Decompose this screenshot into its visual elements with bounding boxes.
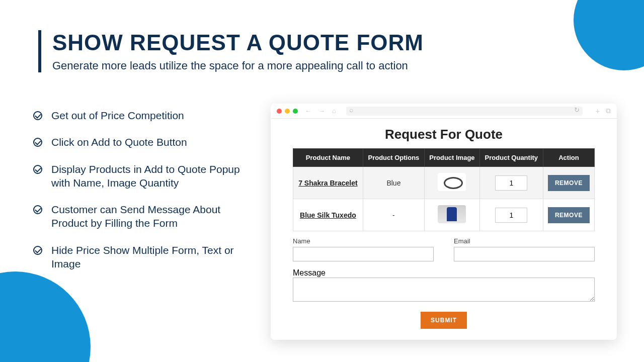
copy-icon[interactable]: ⧉ [606,107,611,115]
email-input[interactable] [454,247,595,261]
list-item-text: Hide Price Show Multiple Form, Text or I… [51,243,255,271]
home-icon[interactable]: ⌂ [332,107,336,115]
table-row: Blue Silk Tuxedo - REMOVE [293,199,595,231]
page-subtitle: Generate more leads utilize the space fo… [52,59,424,72]
email-label: Email [454,237,595,245]
list-item: Customer can Send Message About Product … [33,203,255,230]
name-label: Name [293,237,434,245]
minimize-icon[interactable] [285,109,290,114]
browser-toolbar: ← → ⌂ + ⧉ [271,104,617,119]
plus-icon[interactable]: + [596,107,600,115]
list-item-text: Click on Add to Quote Button [51,135,187,149]
back-icon[interactable]: ← [305,107,311,115]
col-product-image: Product Image [424,149,479,167]
list-item: Hide Price Show Multiple Form, Text or I… [33,243,255,271]
quote-form: Request For Quote Product Name Product O… [271,119,617,337]
decor-blob-top-right [574,0,644,70]
page-title: SHOW REQUEST A QUOTE FORM [52,30,424,55]
maximize-icon[interactable] [293,109,298,114]
quantity-input[interactable] [495,175,527,191]
list-item: Display Products in Add to Quote Popup w… [33,162,255,190]
close-icon[interactable] [277,109,282,114]
list-item-text: Get out of Price Competition [51,109,184,122]
forward-icon[interactable]: → [318,107,325,115]
product-link[interactable]: 7 Shakra Bracelet [298,179,358,187]
form-title: Request For Quote [293,127,595,142]
submit-button[interactable]: SUBMIT [421,312,467,329]
col-product-quantity: Product Quantity [479,149,543,167]
product-options-value: Blue [363,167,424,199]
product-options-value: - [363,199,424,231]
product-image-icon [438,173,466,191]
list-item-text: Customer can Send Message About Product … [51,203,255,230]
col-product-options: Product Options [363,149,424,167]
address-bar[interactable] [346,107,583,116]
check-icon [33,165,42,174]
message-label: Message [293,268,326,277]
col-product-name: Product Name [293,149,363,167]
list-item: Get out of Price Competition [33,109,255,122]
product-link[interactable]: Blue Silk Tuxedo [300,211,356,219]
list-item: Click on Add to Quote Button [33,135,255,149]
col-action: Action [543,149,594,167]
message-textarea[interactable] [293,278,595,302]
table-row: 7 Shakra Bracelet Blue REMOVE [293,167,595,199]
page-header: SHOW REQUEST A QUOTE FORM Generate more … [38,30,424,72]
check-icon [33,205,42,214]
remove-button[interactable]: REMOVE [548,207,590,223]
quote-table: Product Name Product Options Product Ima… [293,148,595,231]
remove-button[interactable]: REMOVE [548,175,590,191]
check-icon [33,246,42,255]
quantity-input[interactable] [495,208,527,223]
product-image-icon [438,205,466,223]
check-icon [33,111,42,120]
name-input[interactable] [293,247,434,261]
list-item-text: Display Products in Add to Quote Popup w… [51,162,255,190]
feature-list: Get out of Price Competition Click on Ad… [33,109,255,284]
browser-window: ← → ⌂ + ⧉ Request For Quote Product Name… [271,104,617,340]
check-icon [33,138,42,147]
decor-blob-bottom-left [0,272,91,362]
